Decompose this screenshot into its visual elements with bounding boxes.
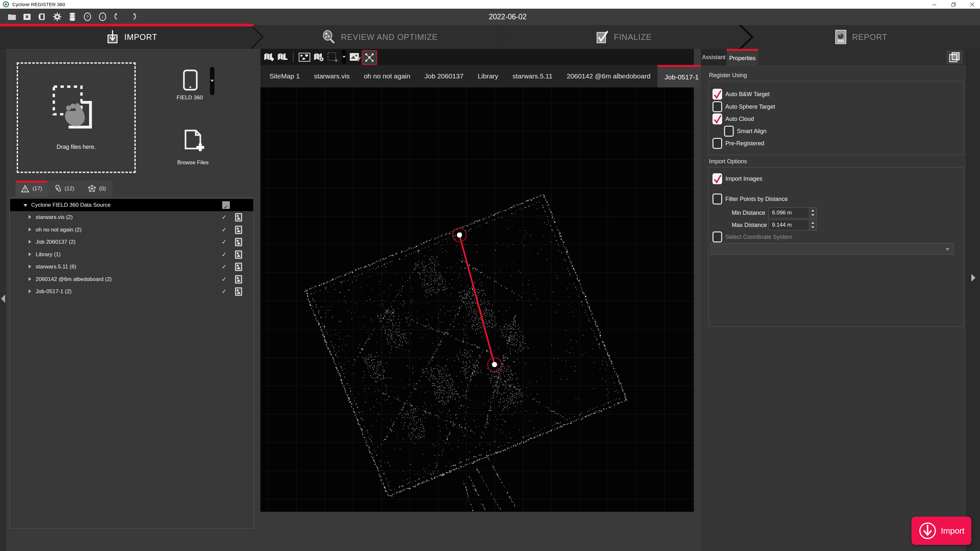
expand-icon[interactable] (29, 228, 31, 232)
item-checkmark[interactable] (221, 248, 228, 261)
tree-item[interactable]: starwars.5.11 (6) (10, 261, 253, 273)
spin-up-icon[interactable] (811, 210, 815, 211)
sitemap-tab[interactable]: starwars.5.11 (506, 65, 560, 87)
tab-count: (12) (65, 186, 74, 192)
storage-button[interactable] (67, 12, 77, 22)
checkbox[interactable] (713, 138, 722, 149)
sitemap-tab[interactable]: SiteMap 1 (262, 65, 307, 87)
spin-up-icon[interactable] (811, 222, 815, 224)
add-sitemap-button[interactable] (263, 51, 275, 63)
help-button[interactable]: ? (83, 12, 92, 22)
coordinate-system-dropdown[interactable] (711, 243, 954, 255)
collapse-right-panel-arrow[interactable] (971, 274, 975, 282)
drag-files-drop-zone[interactable]: Drag files here. (17, 62, 136, 173)
minimize-button[interactable] (927, 0, 942, 9)
tree-item[interactable]: oh no not again (2) (10, 224, 253, 236)
option-label: Select Coordinate System (725, 232, 792, 242)
finalize-check-icon (595, 29, 609, 45)
chevron-down-icon (946, 248, 950, 251)
workflow-step-review-and-optimize[interactable]: REVIEW AND OPTIMIZE (251, 25, 508, 49)
spin-down-icon[interactable] (811, 214, 815, 216)
point-cloud-viewport[interactable] (261, 87, 694, 512)
expand-icon[interactable] (29, 265, 31, 268)
restore-button[interactable] (947, 0, 961, 9)
undo-button[interactable] (113, 12, 123, 22)
import-button[interactable]: Import (912, 517, 971, 545)
thumbnail-icon[interactable] (235, 287, 242, 300)
delete-project-button[interactable] (22, 12, 32, 22)
item-checkmark[interactable] (221, 286, 228, 298)
scan-setup-node[interactable] (452, 228, 467, 242)
expand-collapse-icon[interactable] (24, 204, 27, 207)
sitemap-tab[interactable]: starwars.vis (307, 65, 357, 87)
restore-icon (951, 2, 956, 7)
import-project-button[interactable] (37, 12, 47, 22)
tree-root-row[interactable]: Cyclone FIELD 360 Data Source (10, 199, 253, 211)
tree-item[interactable]: Job 2060137 (2) (10, 236, 253, 248)
sitemap-tab-active[interactable]: Job-0517-1 (657, 65, 706, 87)
item-checkmark[interactable] (221, 224, 228, 236)
field360-dropdown[interactable] (210, 67, 215, 95)
tab-warnings[interactable]: (17) (16, 181, 48, 197)
sitemap-tab[interactable]: oh no not again (356, 65, 417, 87)
about-button[interactable]: i (98, 12, 107, 22)
link-tool-button[interactable] (362, 50, 377, 65)
tree-item[interactable]: Job-0517-1 (2) (10, 286, 253, 298)
workflow-step-import[interactable]: IMPORT (0, 25, 262, 49)
item-checkmark[interactable] (221, 261, 228, 273)
expand-icon[interactable] (29, 252, 31, 256)
expand-icon[interactable] (29, 289, 31, 293)
checkbox[interactable] (713, 101, 722, 112)
tab-attachments[interactable]: (12) (48, 181, 81, 197)
collapse-left-panel-arrow[interactable] (1, 294, 5, 303)
settings-button[interactable] (52, 12, 62, 22)
min-distance-field[interactable]: 6.096 m (768, 207, 817, 218)
checkbox[interactable] (713, 89, 722, 100)
max-distance-field[interactable]: 9.144 m (768, 219, 817, 230)
tab-assistant[interactable]: Assistant (701, 49, 727, 65)
checkbox[interactable] (713, 173, 722, 184)
sitemap-location-button[interactable] (313, 51, 325, 63)
close-button[interactable] (965, 0, 979, 9)
item-checkmark[interactable] (221, 236, 228, 248)
open-project-icon (7, 13, 16, 21)
sitemap-tab[interactable]: Job 2060137 (417, 65, 470, 87)
point-cloud-canvas[interactable] (261, 87, 694, 512)
checkbox[interactable] (713, 113, 722, 124)
tree-item[interactable]: starwars.vis (2) (10, 211, 253, 224)
expand-icon[interactable] (29, 277, 31, 281)
expand-icon[interactable] (29, 240, 31, 244)
gear-icon (53, 12, 62, 21)
item-checkmark[interactable] (221, 211, 228, 224)
min-distance-spinner[interactable] (809, 208, 816, 218)
redo-button[interactable] (128, 12, 138, 22)
panel-layout-button[interactable] (947, 51, 963, 64)
workflow-step-finalize[interactable]: FINALIZE (495, 25, 751, 49)
checkbox[interactable] (713, 194, 722, 205)
area-select-button[interactable] (327, 51, 339, 63)
field360-phone-icon[interactable] (183, 70, 198, 91)
sitemap-tab[interactable]: 2060142 @6m albedoboard (560, 65, 657, 87)
tab-properties[interactable]: Properties (727, 49, 758, 65)
open-project-button[interactable] (7, 12, 17, 22)
sitemap-tab[interactable]: Library (471, 65, 506, 87)
checkbox[interactable] (724, 126, 734, 137)
source-list-tabs: (17) (12) (0) (16, 181, 113, 197)
tree-item[interactable]: Library (1) (10, 248, 253, 261)
world-map-button[interactable] (299, 51, 310, 63)
import-arrow-icon (918, 521, 937, 540)
root-checkbox[interactable] (222, 201, 230, 209)
max-distance-spinner[interactable] (809, 220, 816, 230)
scan-setup-node[interactable] (487, 357, 502, 372)
tree-item[interactable]: 2060142 @6m albedoboard (2) (10, 273, 253, 286)
thickness-dropdown[interactable] (342, 50, 346, 64)
tab-limit-boxes[interactable]: (0) (81, 181, 113, 197)
checkbox[interactable] (713, 232, 722, 242)
browse-files-icon[interactable] (184, 129, 204, 155)
edit-image-button[interactable] (350, 51, 361, 63)
spin-down-icon[interactable] (811, 226, 815, 228)
workflow-step-report[interactable]: REPORT (741, 25, 980, 49)
remove-sitemap-button[interactable] (277, 51, 288, 63)
expand-icon[interactable] (29, 215, 31, 219)
item-checkmark[interactable] (221, 273, 228, 286)
